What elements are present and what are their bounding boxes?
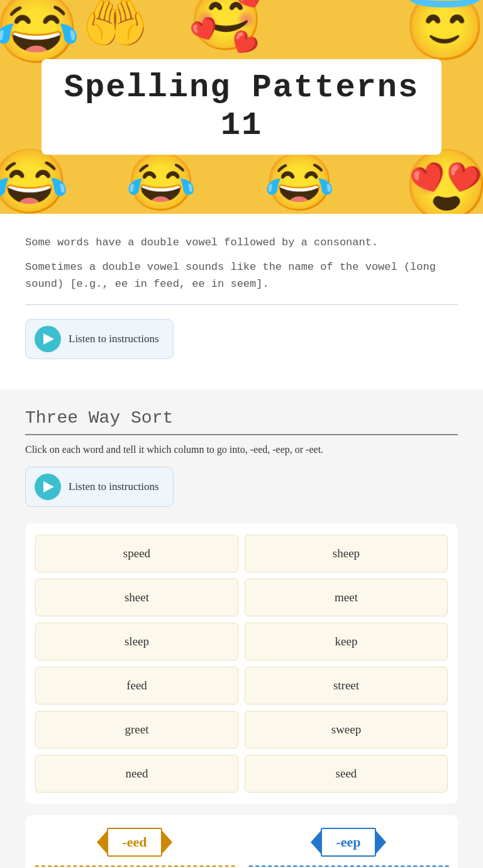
drop-zone-eed[interactable]: [33, 865, 236, 868]
emoji-halo: 😇: [404, 0, 483, 60]
page-title: Spelling Patterns 11: [64, 69, 419, 145]
word-cell-need[interactable]: need: [35, 755, 238, 793]
word-cell-sheet[interactable]: sheet: [35, 579, 238, 616]
drop-zone-eep[interactable]: [247, 865, 450, 868]
sort-title: Three Way Sort: [25, 408, 458, 428]
divider-1: [25, 304, 458, 305]
col-eed: -eed: [33, 828, 236, 868]
play-triangle-1: [43, 333, 54, 345]
col-eep: -eep: [247, 828, 450, 868]
header-banner: 😂 🤲 🥰 😇 😂 😂 😂 😍 Spelling Patterns 11: [0, 0, 483, 214]
description-line1: Some words have a double vowel followed …: [25, 234, 458, 251]
emoji-laugh-bottom: 😂: [0, 151, 69, 214]
word-cell-keep[interactable]: keep: [245, 623, 448, 660]
play-triangle-2: [43, 481, 54, 492]
col-label-eep: -eep: [321, 828, 375, 857]
word-grid: speed sheep sheet meet sleep keep feed s…: [35, 535, 448, 793]
banner-eep: -eep: [247, 828, 450, 857]
emoji-laugh-1: 😂: [0, 0, 80, 63]
listen-label-2: Listen to instructions: [69, 481, 159, 493]
arrow-left-eep: [311, 831, 321, 854]
sort-columns-container: -eed -eep: [25, 815, 458, 868]
col-label-eed: -eed: [107, 828, 162, 857]
word-cell-feed[interactable]: feed: [35, 667, 238, 704]
sort-section: Three Way Sort Click on each word and te…: [0, 389, 483, 868]
listen-btn-1[interactable]: Listen to instructions: [25, 319, 174, 359]
banner-eed: -eed: [33, 828, 236, 857]
emoji-laugh-3: 😂: [264, 154, 335, 211]
listen-label-1: Listen to instructions: [69, 333, 159, 345]
play-icon-2: [35, 474, 61, 500]
content-section: Some words have a double vowel followed …: [0, 214, 483, 389]
word-cell-sleep[interactable]: sleep: [35, 623, 238, 660]
arrow-left-eed: [97, 831, 107, 854]
play-icon-1: [35, 326, 61, 352]
emoji-hands: 🤲: [82, 0, 148, 50]
listen-btn-2[interactable]: Listen to instructions: [25, 467, 174, 507]
arrow-right-eed: [162, 831, 172, 854]
word-cell-street[interactable]: street: [245, 667, 448, 704]
word-grid-container: speed sheep sheet meet sleep keep feed s…: [25, 523, 458, 804]
emoji-hearteyes-1: 🥰: [189, 0, 264, 50]
sort-divider: [25, 434, 458, 435]
word-cell-meet[interactable]: meet: [245, 579, 448, 616]
word-cell-sheep[interactable]: sheep: [245, 535, 448, 572]
emoji-hearteyes-2: 😍: [403, 151, 483, 214]
emoji-laugh-2: 😂: [126, 154, 196, 211]
word-cell-sweep[interactable]: sweep: [245, 711, 448, 748]
arrow-right-eep: [376, 831, 386, 854]
word-cell-greet[interactable]: greet: [35, 711, 238, 748]
sort-instructions: Click on each word and tell it which col…: [25, 444, 458, 455]
word-cell-speed[interactable]: speed: [35, 535, 238, 572]
word-cell-seed[interactable]: seed: [245, 755, 448, 793]
title-box: Spelling Patterns 11: [42, 59, 442, 155]
description-line2: Sometimes a double vowel sounds like the…: [25, 259, 458, 292]
